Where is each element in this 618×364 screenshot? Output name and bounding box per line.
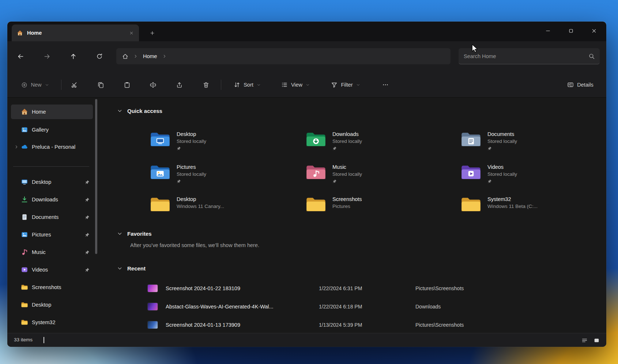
chevron-down-icon[interactable]	[117, 231, 123, 236]
forward-button[interactable]	[39, 49, 54, 64]
cut-button[interactable]	[67, 77, 82, 92]
share-button[interactable]	[172, 77, 186, 92]
tile-name: Screenshots	[332, 196, 362, 202]
rename-button[interactable]	[146, 77, 160, 92]
close-icon	[591, 28, 597, 34]
quick-access-tile-screenshots[interactable]: Screenshots Pictures	[306, 196, 453, 224]
file-thumbnail	[148, 321, 158, 329]
more-button[interactable]	[378, 77, 393, 92]
pin-icon	[487, 179, 492, 183]
recent-file-row[interactable]: Abstact-Glass-Waves-AI-Generated-4K-Wal.…	[148, 299, 597, 315]
copy-button[interactable]	[93, 77, 108, 92]
recent-file-row[interactable]: Screenshot 2024-01-13 173909 1/13/2024 5…	[148, 317, 597, 333]
quick-access-tile-system32[interactable]: System32 Windows 11 Beta (C:...	[461, 196, 606, 224]
maximize-button[interactable]	[559, 22, 583, 40]
pictures-folder-icon	[150, 164, 170, 181]
close-button[interactable]	[583, 22, 606, 40]
chevron-down-icon[interactable]	[117, 108, 123, 114]
sort-button[interactable]: Sort	[227, 77, 267, 92]
chevron-right-icon[interactable]	[14, 145, 19, 149]
view-label: View	[291, 82, 302, 88]
tile-name: Documents	[487, 131, 517, 137]
tab-close-icon[interactable]	[129, 31, 134, 35]
sidebar-item-system32[interactable]: System32	[11, 315, 93, 330]
quick-access-tile-pictures[interactable]: Pictures Stored locally	[150, 164, 297, 192]
search-input[interactable]	[459, 48, 600, 64]
sidebar-label: Videos	[32, 267, 48, 273]
gutter	[14, 145, 21, 149]
breadcrumb-home-icon[interactable]	[122, 53, 128, 60]
refresh-button[interactable]	[92, 49, 107, 64]
tile-subtitle: Stored locally	[487, 139, 517, 144]
toolbar-separator	[61, 80, 61, 90]
breadcrumb-item-home[interactable]: Home	[143, 53, 157, 59]
document-icon	[21, 213, 28, 221]
sidebar-separator	[13, 166, 89, 167]
chevron-down-icon	[356, 83, 360, 87]
sidebar-item-downloads[interactable]: Downloads	[11, 192, 93, 207]
sidebar-item-videos[interactable]: Videos	[11, 262, 93, 277]
sidebar-label: Gallery	[32, 127, 49, 133]
sidebar-item-desktop-folder[interactable]: Desktop	[11, 297, 93, 312]
sidebar-item-onedrive[interactable]: Preluca - Personal	[11, 140, 93, 154]
back-button[interactable]	[13, 49, 28, 64]
section-header-favorites[interactable]: Favorites	[117, 231, 152, 237]
chevron-right-icon	[162, 54, 167, 58]
sidebar-scrollbar[interactable]	[95, 99, 97, 254]
sidebar-item-documents[interactable]: Documents	[11, 210, 93, 224]
tile-subtitle: Windows 11 Canary...	[177, 204, 224, 209]
thumbnail-view-button[interactable]	[592, 335, 601, 345]
back-icon	[17, 53, 24, 60]
tile-text: Videos Stored locally	[487, 164, 517, 183]
tile-text: System32 Windows 11 Beta (C:...	[487, 196, 538, 209]
quick-access-tile-desktop[interactable]: Desktop Stored locally	[150, 131, 297, 159]
filter-button[interactable]: Filter	[324, 77, 367, 92]
search-box	[459, 48, 600, 64]
recent-file-row[interactable]: Screenshot 2024-01-22 183109 1/22/2024 6…	[148, 280, 597, 296]
quick-access-tile-videos[interactable]: Videos Stored locally	[461, 164, 606, 192]
pin-icon	[487, 146, 492, 151]
tile-name: Desktop	[177, 131, 206, 137]
sidebar-item-home[interactable]: Home	[11, 105, 93, 119]
up-button[interactable]	[66, 49, 80, 64]
quick-access-tile-downloads[interactable]: Downloads Stored locally	[306, 131, 453, 159]
documents-folder-icon	[461, 131, 481, 148]
new-tab-button[interactable]	[146, 27, 159, 39]
onedrive-cloud-icon	[21, 143, 28, 151]
refresh-icon	[96, 53, 103, 60]
sidebar-label: Desktop	[32, 302, 51, 308]
sidebar-item-pictures[interactable]: Pictures	[11, 227, 93, 242]
minimize-button[interactable]	[536, 22, 559, 40]
chevron-down-icon	[306, 83, 310, 87]
paste-button[interactable]	[120, 77, 134, 92]
filter-icon	[331, 81, 338, 88]
sidebar-item-screenshots[interactable]: Screenshots	[11, 280, 93, 295]
sidebar-item-desktop[interactable]: Desktop	[11, 175, 93, 189]
video-play-icon	[21, 266, 28, 273]
details-view-icon	[581, 337, 588, 344]
section-header-recent[interactable]: Recent	[117, 265, 146, 272]
sidebar-label: System32	[32, 319, 55, 325]
quick-access-tile-desktop-canary[interactable]: Desktop Windows 11 Canary...	[150, 196, 297, 224]
address-bar[interactable]: Home	[116, 48, 451, 64]
file-location: Downloads	[415, 304, 441, 310]
quick-access-tile-documents[interactable]: Documents Stored locally	[461, 131, 606, 159]
chevron-down-icon[interactable]	[117, 266, 123, 271]
section-header-quick-access[interactable]: Quick access	[117, 108, 162, 114]
delete-button[interactable]	[199, 77, 213, 92]
tile-text: Desktop Windows 11 Canary...	[177, 196, 224, 209]
quick-access-tile-music[interactable]: Music Stored locally	[306, 164, 453, 192]
tab-home[interactable]: Home	[12, 24, 139, 41]
details-view-button[interactable]	[580, 335, 589, 345]
new-button[interactable]: New	[17, 77, 53, 92]
text-cursor	[44, 337, 44, 343]
search-icon[interactable]	[588, 53, 595, 60]
pin-icon	[85, 268, 90, 272]
thumbnail-view-icon	[593, 337, 600, 344]
details-button[interactable]: Details	[560, 77, 600, 92]
pin-icon	[85, 250, 90, 255]
sidebar-item-gallery[interactable]: Gallery	[11, 122, 93, 137]
sidebar-item-music[interactable]: Music	[11, 245, 93, 259]
desktop-wallpaper: Home Home New	[0, 0, 618, 364]
view-button[interactable]: View	[275, 77, 316, 92]
